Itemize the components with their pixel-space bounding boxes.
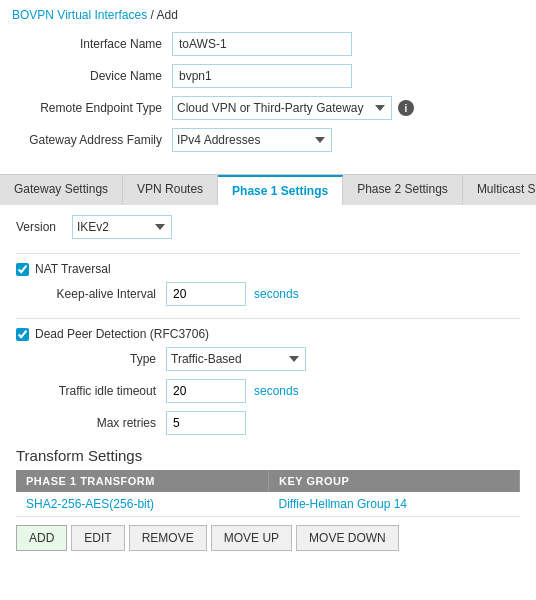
top-form: Interface Name Device Name Remote Endpoi…: [0, 28, 536, 170]
breadcrumb: BOVPN Virtual Interfaces / Add: [0, 0, 536, 28]
dpd-checkbox[interactable]: [16, 328, 29, 341]
tab-phase1-settings[interactable]: Phase 1 Settings: [218, 175, 343, 205]
add-button[interactable]: ADD: [16, 525, 67, 551]
breadcrumb-parent[interactable]: BOVPN Virtual Interfaces: [12, 8, 147, 22]
interface-name-label: Interface Name: [12, 37, 172, 51]
device-name-input[interactable]: [172, 64, 352, 88]
remote-endpoint-info-icon[interactable]: i: [398, 100, 414, 116]
transform-cell: SHA2-256-AES(256-bit): [16, 492, 269, 517]
remote-endpoint-row: Remote Endpoint Type Cloud VPN or Third-…: [12, 96, 524, 120]
version-row: Version IKEv2 IKEv1: [16, 215, 520, 239]
keepalive-label: Keep-alive Interval: [36, 287, 166, 301]
gateway-address-select[interactable]: IPv4 Addresses IPv6 Addresses: [172, 128, 332, 152]
interface-name-row: Interface Name: [12, 32, 524, 56]
nat-traversal-sub: Keep-alive Interval seconds: [36, 282, 520, 306]
type-row: Type Traffic-Based Idle-Based Disabled: [36, 347, 520, 371]
tab-gateway-settings[interactable]: Gateway Settings: [0, 175, 123, 205]
edit-button[interactable]: EDIT: [71, 525, 124, 551]
remote-endpoint-wrap: Cloud VPN or Third-Party Gateway Firebox…: [172, 96, 414, 120]
dpd-sub: Type Traffic-Based Idle-Based Disabled T…: [36, 347, 520, 435]
gateway-address-label: Gateway Address Family: [12, 133, 172, 147]
idle-timeout-row: Traffic idle timeout seconds: [36, 379, 520, 403]
nat-traversal-row: NAT Traversal: [16, 262, 520, 276]
dpd-row: Dead Peer Detection (RFC3706): [16, 327, 520, 341]
transform-col1: PHASE 1 TRANSFORM: [16, 470, 269, 492]
type-select[interactable]: Traffic-Based Idle-Based Disabled: [166, 347, 306, 371]
transform-section: Transform Settings PHASE 1 TRANSFORM KEY…: [16, 447, 520, 551]
nat-traversal-checkbox[interactable]: [16, 263, 29, 276]
nat-traversal-label: NAT Traversal: [35, 262, 111, 276]
remove-button[interactable]: REMOVE: [129, 525, 207, 551]
transform-col2: KEY GROUP: [269, 470, 520, 492]
idle-timeout-unit: seconds: [254, 384, 299, 398]
max-retries-label: Max retries: [36, 416, 166, 430]
divider1: [16, 253, 520, 254]
tab-phase2-settings[interactable]: Phase 2 Settings: [343, 175, 463, 205]
phase1-content: Version IKEv2 IKEv1 NAT Traversal Keep-a…: [0, 205, 536, 561]
version-select[interactable]: IKEv2 IKEv1: [72, 215, 172, 239]
interface-name-input[interactable]: [172, 32, 352, 56]
breadcrumb-current: Add: [157, 8, 178, 22]
remote-endpoint-label: Remote Endpoint Type: [12, 101, 172, 115]
max-retries-row: Max retries: [36, 411, 520, 435]
keepalive-unit: seconds: [254, 287, 299, 301]
keepalive-input[interactable]: [166, 282, 246, 306]
divider2: [16, 318, 520, 319]
keepalive-row: Keep-alive Interval seconds: [36, 282, 520, 306]
type-label: Type: [36, 352, 166, 366]
transform-title: Transform Settings: [16, 447, 520, 464]
idle-timeout-label: Traffic idle timeout: [36, 384, 166, 398]
action-buttons: ADD EDIT REMOVE MOVE UP MOVE DOWN: [16, 525, 520, 551]
move-down-button[interactable]: MOVE DOWN: [296, 525, 399, 551]
key-group-cell: Diffie-Hellman Group 14: [269, 492, 520, 517]
device-name-label: Device Name: [12, 69, 172, 83]
version-label: Version: [16, 220, 56, 234]
tab-multicast-settings[interactable]: Multicast Settings: [463, 175, 536, 205]
dpd-label: Dead Peer Detection (RFC3706): [35, 327, 209, 341]
remote-endpoint-select[interactable]: Cloud VPN or Third-Party Gateway Firebox: [172, 96, 392, 120]
table-row[interactable]: SHA2-256-AES(256-bit)Diffie-Hellman Grou…: [16, 492, 520, 517]
transform-table: PHASE 1 TRANSFORM KEY GROUP SHA2-256-AES…: [16, 470, 520, 517]
gateway-address-row: Gateway Address Family IPv4 Addresses IP…: [12, 128, 524, 152]
idle-timeout-input[interactable]: [166, 379, 246, 403]
tabs-bar: Gateway Settings VPN Routes Phase 1 Sett…: [0, 174, 536, 205]
dpd-section: Dead Peer Detection (RFC3706) Type Traff…: [16, 327, 520, 435]
tab-vpn-routes[interactable]: VPN Routes: [123, 175, 218, 205]
device-name-row: Device Name: [12, 64, 524, 88]
nat-traversal-section: NAT Traversal Keep-alive Interval second…: [16, 262, 520, 306]
move-up-button[interactable]: MOVE UP: [211, 525, 292, 551]
max-retries-input[interactable]: [166, 411, 246, 435]
